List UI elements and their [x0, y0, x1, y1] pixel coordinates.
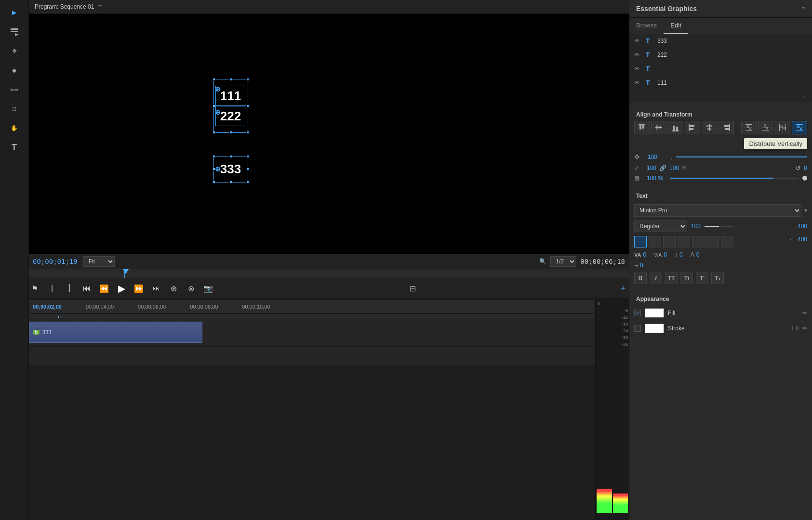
play-btn[interactable]: ▶: [116, 283, 127, 294]
scale-w-value[interactable]: 100: [647, 165, 656, 171]
fill-checkbox[interactable]: [634, 310, 641, 316]
eye-icon-222[interactable]: 👁: [634, 52, 642, 58]
dist-top-btn[interactable]: [741, 121, 757, 134]
ratio-dropdown[interactable]: 1/2 Full: [550, 256, 576, 267]
rolling-tool-btn[interactable]: ⟺: [6, 81, 23, 98]
text-align-right-btn[interactable]: ≡: [663, 236, 676, 247]
mark-out-btn[interactable]: |: [46, 283, 58, 294]
baseline-icon: A: [691, 251, 694, 258]
small-caps-btn[interactable]: Tt: [680, 273, 693, 284]
select-tool-btn[interactable]: ▶: [6, 4, 23, 21]
layer-list: 👁 T 333 👁 T 222 👁 T 👁 T 111: [629, 34, 812, 90]
go-to-out-btn[interactable]: ⏭: [150, 283, 162, 294]
text-block-333[interactable]: ⊕ 333: [213, 156, 248, 182]
export-frame-btn[interactable]: 📷: [202, 283, 214, 294]
timeline-header: 00;00;02;00 00;00;04;00 00;00;06;00 00;0…: [29, 299, 595, 314]
clip-333[interactable]: fx 333: [29, 322, 202, 343]
text-align-left-btn[interactable]: ≡: [634, 236, 647, 247]
position-x-value[interactable]: 100: [648, 154, 667, 160]
dist-horiz-btn[interactable]: [775, 121, 790, 134]
tab-browse[interactable]: Browse: [629, 18, 664, 34]
tab-edit[interactable]: Edit: [664, 18, 688, 34]
subscript-btn[interactable]: T₁: [711, 273, 724, 284]
hand-tool-btn[interactable]: ✋: [6, 119, 23, 137]
layer-item-empty[interactable]: 👁 T: [629, 62, 812, 76]
align-bottom-btn[interactable]: [668, 121, 683, 134]
box-tool-btn[interactable]: □: [6, 100, 23, 117]
rewind-btn[interactable]: ⏪: [98, 283, 110, 294]
eye-icon-empty[interactable]: 👁: [634, 65, 642, 72]
svg-rect-8: [659, 126, 661, 129]
bold-btn[interactable]: B: [634, 273, 647, 284]
scale-h-value[interactable]: 100: [669, 165, 679, 171]
all-caps-btn[interactable]: TT: [665, 273, 678, 284]
meter-bar-right: [613, 494, 628, 513]
stroke-pen-icon[interactable]: ✏: [802, 325, 807, 332]
opacity-value[interactable]: 100 %: [647, 175, 663, 182]
track-select-btn[interactable]: [6, 23, 23, 40]
align-vert-center-btn[interactable]: [651, 121, 666, 134]
align-right-edge-btn[interactable]: [719, 121, 734, 134]
layer-item-222[interactable]: 👁 T 222: [629, 48, 812, 62]
text-justify-center-btn[interactable]: ≡: [692, 236, 705, 247]
text-justify-all-btn[interactable]: ≡: [721, 236, 733, 247]
multi-camera-btn[interactable]: ⊟: [407, 283, 419, 294]
dist-vert-center-btn[interactable]: [758, 121, 773, 134]
insert-btn[interactable]: ⊕: [168, 283, 179, 294]
monitor-menu-icon[interactable]: ≡: [98, 3, 102, 11]
tracking-icon: V/A: [654, 252, 662, 258]
position-slider[interactable]: [676, 156, 807, 157]
fill-pen-icon[interactable]: ✏: [802, 310, 807, 316]
move-tool-btn[interactable]: ✥: [6, 42, 23, 60]
stroke-checkbox[interactable]: [634, 325, 641, 332]
baseline-value[interactable]: 0: [696, 251, 700, 258]
go-to-in-btn[interactable]: ⏐: [64, 283, 75, 294]
layer-T-222: T: [646, 51, 653, 59]
handle-bm-333: [229, 181, 232, 183]
style-dropdown[interactable]: Regular: [634, 221, 687, 232]
opacity-slider[interactable]: [670, 178, 799, 179]
text-justify-right-btn[interactable]: ≡: [706, 236, 719, 247]
font-dropdown-arrow: ▾: [804, 207, 807, 214]
font-size-slider[interactable]: [705, 226, 733, 227]
italic-btn[interactable]: I: [650, 273, 662, 284]
text-align-center-btn[interactable]: ≡: [649, 236, 661, 247]
rotation-value[interactable]: 0: [804, 165, 807, 171]
tab-value[interactable]: 0: [640, 262, 643, 269]
link-icon[interactable]: 🔗: [659, 165, 666, 171]
stroke-swatch[interactable]: [645, 324, 664, 333]
text-block-111-222[interactable]: ⊕ ⊕ 111 222: [213, 79, 248, 133]
align-horiz-center-btn[interactable]: [702, 121, 717, 134]
step-forward-btn[interactable]: ⏩: [133, 283, 145, 294]
layer-item-333[interactable]: 👁 T 333: [629, 34, 812, 48]
font-dropdown[interactable]: Minion Pro: [634, 204, 801, 217]
align-left-edge-btn[interactable]: [685, 121, 700, 134]
mark-in-btn[interactable]: ⚑: [29, 283, 40, 294]
distribute-vertically-btn[interactable]: [792, 121, 807, 134]
text-justify-left-btn[interactable]: ≡: [678, 236, 690, 247]
stroke-value[interactable]: 1.0: [791, 325, 799, 331]
layer-item-111[interactable]: 👁 T 111: [629, 76, 812, 90]
appearance-header: Appearance: [629, 291, 812, 305]
tab-stops-value[interactable]: 400: [798, 236, 807, 247]
tracking-value[interactable]: 0: [664, 251, 667, 258]
playback-ruler[interactable]: [29, 269, 629, 278]
ripple-tool-btn[interactable]: ◆: [6, 62, 23, 79]
tsize-value[interactable]: 0: [679, 251, 683, 258]
step-back-btn[interactable]: ⏮: [81, 283, 93, 294]
superscript-btn[interactable]: T': [696, 273, 708, 284]
fill-swatch[interactable]: [645, 308, 664, 318]
kerning-value[interactable]: 0: [643, 251, 646, 258]
fit-dropdown[interactable]: Fit 25% 50% 100%: [83, 256, 115, 267]
eye-icon-111[interactable]: 👁: [634, 79, 642, 86]
font-size-value[interactable]: 100: [691, 223, 701, 230]
eye-icon-333[interactable]: 👁: [634, 38, 642, 44]
add-button[interactable]: +: [617, 283, 629, 294]
eg-menu-icon[interactable]: ≡: [802, 5, 805, 12]
search-icon[interactable]: 🔍: [539, 258, 546, 265]
overwrite-btn[interactable]: ⊗: [185, 283, 197, 294]
timecode-current[interactable]: 00;00;01;19: [33, 258, 78, 265]
align-top-btn[interactable]: [634, 121, 650, 134]
svg-rect-24: [747, 125, 749, 128]
text-tool-btn[interactable]: T: [6, 139, 23, 156]
